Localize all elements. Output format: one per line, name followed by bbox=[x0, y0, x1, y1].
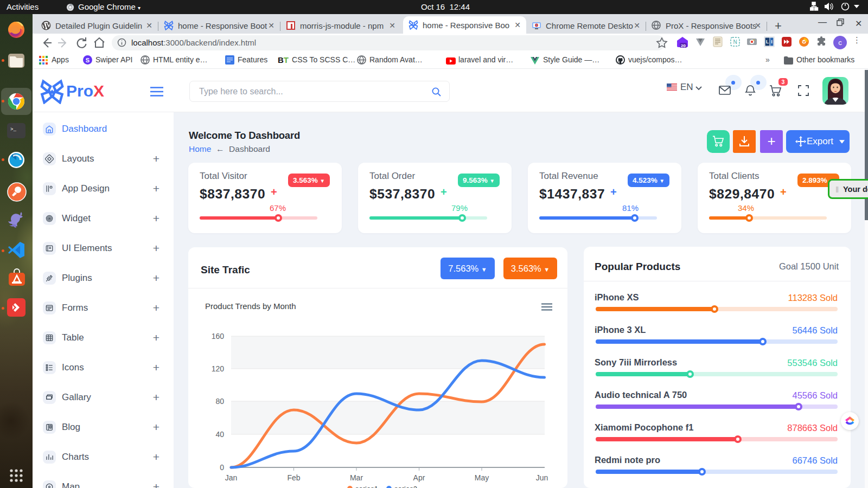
svg-text:Jun: Jun bbox=[536, 473, 548, 482]
svg-text:80: 80 bbox=[215, 397, 224, 406]
svg-text:20: 20 bbox=[681, 43, 686, 48]
svg-text:40: 40 bbox=[215, 430, 224, 439]
svg-text:Mar: Mar bbox=[350, 473, 363, 482]
svg-text:N: N bbox=[733, 39, 737, 45]
svg-text:I: I bbox=[771, 39, 773, 44]
svg-text:>_: >_ bbox=[10, 127, 16, 132]
svg-text:series2: series2 bbox=[394, 485, 417, 488]
svg-text:Jan: Jan bbox=[225, 473, 238, 482]
svg-text:120: 120 bbox=[212, 364, 225, 373]
svg-text:series1: series1 bbox=[355, 485, 378, 488]
svg-text:Apr: Apr bbox=[413, 473, 425, 482]
svg-text:Feb: Feb bbox=[287, 473, 300, 482]
svg-text:S: S bbox=[86, 57, 90, 63]
svg-text:May: May bbox=[475, 473, 489, 482]
svg-text:0: 0 bbox=[220, 463, 224, 472]
svg-text:160: 160 bbox=[212, 332, 225, 341]
svg-text:L: L bbox=[766, 39, 769, 44]
